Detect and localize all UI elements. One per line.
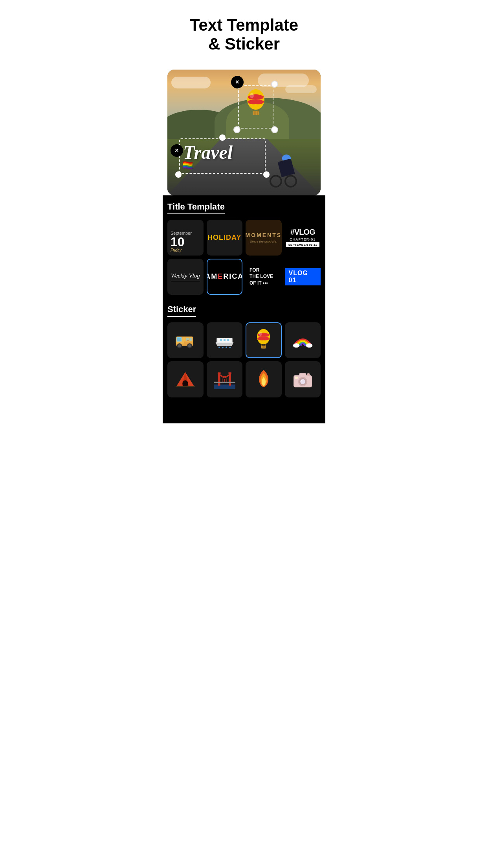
svg-point-25: [227, 339, 229, 341]
svg-point-23: [220, 339, 222, 341]
bottom-panel: Title Template September 10 Friday HOLID…: [163, 195, 325, 423]
sticker-item-tent[interactable]: [167, 361, 204, 397]
sticker-item-camper[interactable]: [167, 322, 204, 359]
sticker-item-fire[interactable]: [246, 361, 282, 397]
t8-text: VLOG 01: [285, 268, 321, 285]
sticker-section-label: Sticker: [167, 304, 196, 317]
svg-point-59: [300, 379, 305, 384]
page-title: Text Template & Sticker: [163, 0, 325, 62]
svg-rect-13: [177, 338, 182, 340]
sticker-grid: [167, 322, 321, 397]
svg-point-62: [307, 373, 310, 376]
svg-point-27: [222, 347, 224, 348]
svg-rect-16: [187, 340, 189, 341]
canvas-area: ×: [167, 70, 321, 195]
svg-point-20: [188, 344, 191, 347]
sticker-section: Sticker: [167, 304, 321, 397]
svg-rect-61: [295, 377, 297, 379]
sticker-item-bridge[interactable]: [207, 361, 243, 397]
cyclist-figure: [270, 152, 297, 188]
template-item-america[interactable]: AMERICA: [207, 259, 243, 295]
svg-rect-47: [218, 372, 220, 374]
template-item-date[interactable]: September 10 Friday: [167, 220, 204, 256]
balloon-sticker[interactable]: ×: [238, 85, 273, 129]
template-item-forlove[interactable]: FORTHE LOVEOF IT •••: [246, 259, 282, 295]
sticker-item-balloon[interactable]: [246, 322, 282, 359]
svg-point-31: [259, 332, 262, 336]
svg-point-18: [178, 344, 181, 347]
svg-rect-49: [214, 382, 235, 383]
t4-chapter: CHAPTER-01: [290, 237, 316, 241]
travel-text: Travel: [183, 142, 233, 163]
t4-hash: #VLOG: [290, 228, 315, 237]
svg-rect-48: [228, 372, 231, 374]
t1-sub: Friday: [171, 248, 182, 252]
travel-sticker[interactable]: × Travel 🏳️‍🌈: [179, 138, 266, 174]
title-template-label: Title Template: [167, 202, 225, 214]
balloon-close-btn[interactable]: ×: [231, 76, 244, 88]
svg-point-26: [218, 346, 220, 348]
svg-rect-56: [299, 373, 306, 377]
sticker-item-boat[interactable]: [207, 322, 243, 359]
t5-text: Weekly Vlog: [171, 272, 200, 281]
svg-point-24: [224, 339, 226, 341]
travel-close-btn[interactable]: ×: [171, 144, 183, 157]
svg-point-28: [226, 346, 227, 348]
t6-text: AMERICA: [207, 272, 243, 281]
template-item-holiday[interactable]: HOLIDAY: [207, 220, 243, 256]
t3-sub: Share the good life.: [250, 240, 277, 243]
t3-text: MOMENTS: [246, 232, 282, 238]
template-item-vlog01[interactable]: VLOG 01: [285, 259, 321, 295]
svg-point-60: [301, 380, 303, 382]
t1-day: 10: [171, 235, 185, 248]
svg-point-1: [250, 93, 254, 98]
svg-point-38: [293, 343, 300, 348]
template-item-moments[interactable]: MOMENTS Share the good life.: [246, 220, 282, 256]
svg-rect-14: [186, 338, 189, 340]
sticker-item-camera[interactable]: [285, 361, 321, 397]
template-item-weekly[interactable]: Weekly Vlog: [167, 259, 204, 295]
sticker-item-rainbow[interactable]: [285, 322, 321, 359]
title-template-section: Title Template September 10 Friday HOLID…: [167, 202, 321, 295]
svg-rect-44: [214, 384, 235, 389]
svg-rect-15: [190, 338, 192, 340]
svg-point-39: [306, 343, 313, 348]
svg-point-29: [229, 347, 231, 348]
template-grid: September 10 Friday HOLIDAY MOMENTS Shar…: [167, 220, 321, 295]
template-item-vlog[interactable]: #VLOG CHAPTER-01 SEPTEMBER-05-11: [285, 220, 321, 256]
t2-text: HOLIDAY: [207, 234, 241, 242]
travel-emoji: 🏳️‍🌈: [182, 160, 193, 171]
svg-rect-11: [182, 337, 185, 342]
t7-text: FORTHE LOVEOF IT •••: [250, 267, 273, 287]
t4-date: SEPTEMBER-05-11: [286, 242, 319, 247]
